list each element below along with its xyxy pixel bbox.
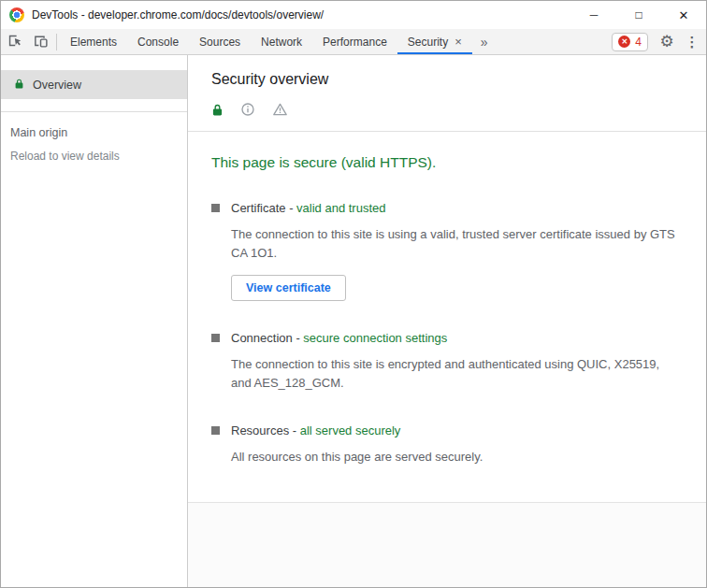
connection-description: The connection to this site is encrypted… [231,355,680,393]
maximize-button[interactable]: □ [616,1,661,29]
devtools-toolbar: Elements Console Sources Network Perform… [1,29,706,55]
view-certificate-button[interactable]: View certificate [231,275,346,301]
info-icon [240,102,255,121]
device-toolbar-icon [33,33,49,51]
toolbar-separator [56,34,57,50]
tab-elements[interactable]: Elements [60,29,127,54]
connection-settings-link[interactable]: secure connection settings [303,331,447,345]
device-toolbar-toggle-button[interactable] [27,30,53,54]
panel-tabs: Elements Console Sources Network Perform… [60,29,497,54]
close-button[interactable]: ✕ [661,1,706,29]
sidebar-item-overview-label: Overview [33,79,81,92]
inspect-cursor-icon [7,33,22,51]
resources-section: Resources - all served securely All reso… [211,423,683,466]
resources-title: Resources - all served securely [231,423,400,437]
tab-security-label: Security [408,36,448,49]
certificate-section-head: Certificate - valid and trusted [211,201,683,215]
connection-title: Connection - secure connection settings [231,331,447,345]
certificate-label: Certificate - [231,201,296,215]
security-status-heading: This page is secure (valid HTTPS). [211,154,683,171]
resources-description: All resources on this page are served se… [231,448,680,466]
main-header: Security overview [188,55,706,121]
sidebar-item-overview[interactable]: Overview [1,70,187,99]
tab-sources[interactable]: Sources [189,29,251,54]
certificate-link[interactable]: valid and trusted [296,201,385,215]
square-bullet-icon [211,334,220,342]
inspect-element-button[interactable] [1,30,27,54]
security-sidebar: Overview Main origin Reload to view deta… [1,55,188,587]
square-bullet-icon [211,204,220,212]
certificate-title: Certificate - valid and trusted [231,201,385,215]
window-controls: ─ □ ✕ [571,1,706,29]
error-count: 4 [635,36,642,49]
sidebar-reload-hint: Reload to view details [1,139,187,163]
devtools-window: DevTools - developer.chrome.com/docs/dev… [0,0,707,588]
window-title: DevTools - developer.chrome.com/docs/dev… [32,8,324,22]
connection-section-head: Connection - secure connection settings [211,331,683,345]
error-circle-icon: ✕ [618,36,630,48]
tab-network[interactable]: Network [251,29,312,54]
chrome-logo-icon [9,7,24,22]
warning-triangle-icon [272,102,288,121]
page-title: Security overview [211,71,706,88]
main-bottom-area [188,502,706,587]
title-bar: DevTools - developer.chrome.com/docs/dev… [1,1,706,29]
tab-close-icon[interactable]: × [454,36,462,48]
more-options-icon[interactable]: ⋮ [685,34,699,50]
resources-label: Resources - [231,423,300,437]
connection-label: Connection - [231,331,303,345]
resources-link[interactable]: all served securely [300,423,401,437]
square-bullet-icon [211,426,220,435]
lock-icon [14,78,24,93]
error-badge[interactable]: ✕ 4 [612,33,648,51]
security-overview-panel: Security overview [188,55,706,587]
sidebar-main-origin-label: Main origin [1,112,187,139]
tab-security[interactable]: Security × [397,29,472,54]
security-state-icon-row [211,102,706,121]
main-body: This page is secure (valid HTTPS). Certi… [188,132,706,496]
secure-lock-icon [211,103,224,121]
connection-section: Connection - secure connection settings … [211,331,683,393]
devtools-content: Overview Main origin Reload to view deta… [1,55,706,587]
certificate-section: Certificate - valid and trusted The conn… [211,201,683,301]
more-tabs-button[interactable]: » [472,29,497,54]
tab-console[interactable]: Console [127,29,189,54]
certificate-description: The connection to this site is using a v… [231,225,680,263]
toolbar-right-group: ✕ 4 ⚙ ⋮ [612,32,706,51]
resources-section-head: Resources - all served securely [211,423,683,437]
settings-gear-icon[interactable]: ⚙ [656,32,677,51]
tab-performance[interactable]: Performance [312,29,397,54]
minimize-button[interactable]: ─ [571,1,616,29]
